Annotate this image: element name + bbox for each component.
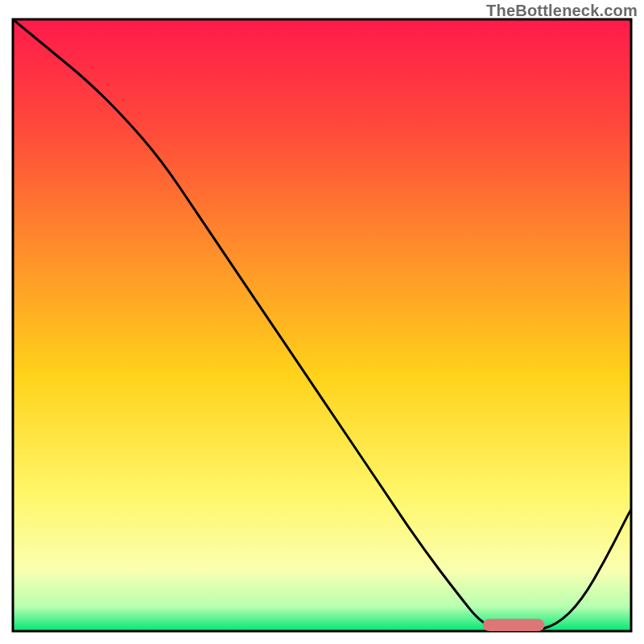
gradient-background	[13, 19, 631, 631]
bottleneck-chart	[0, 0, 644, 644]
optimal-marker	[483, 619, 545, 631]
